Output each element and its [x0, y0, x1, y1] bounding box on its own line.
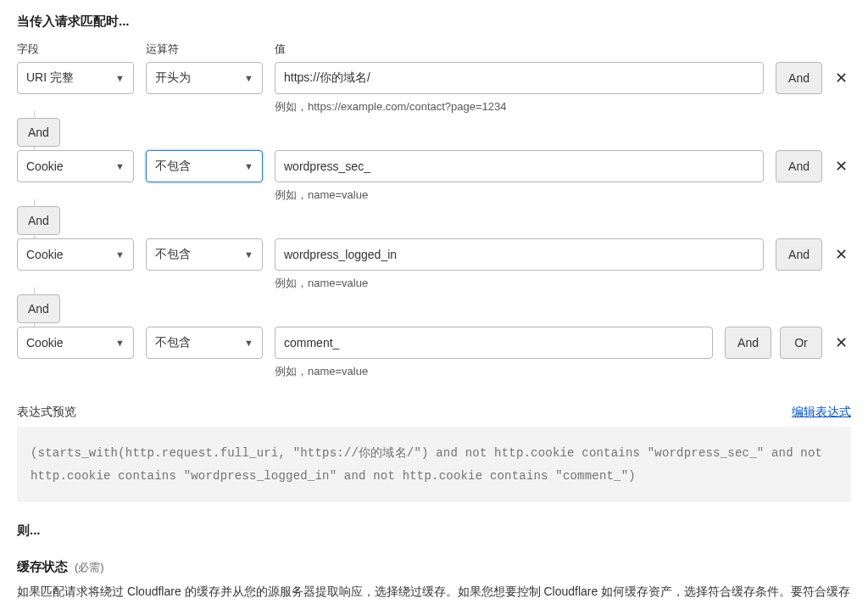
rule-row: URI 完整▼开头为▼例如，https://example.com/contac… — [17, 62, 851, 115]
connector-and-button[interactable]: And — [17, 118, 60, 147]
header-value: 值 — [275, 42, 851, 57]
chevron-down-icon: ▼ — [115, 161, 125, 171]
remove-row-icon[interactable]: ✕ — [831, 333, 851, 353]
remove-row-icon[interactable]: ✕ — [831, 68, 851, 88]
and-button[interactable]: And — [776, 62, 822, 94]
required-label: (必需) — [75, 560, 104, 575]
operator-select[interactable]: 开头为▼ — [146, 62, 263, 94]
operator-select[interactable]: 不包含▼ — [146, 327, 263, 359]
expression-preview: (starts_with(http.request.full_uri, "htt… — [17, 427, 851, 502]
operator-select-label: 开头为 — [155, 70, 191, 86]
value-input[interactable] — [275, 238, 764, 271]
header-field: 字段 — [17, 42, 134, 57]
field-select[interactable]: Cookie▼ — [17, 238, 134, 271]
field-select-label: Cookie — [26, 248, 64, 261]
and-button[interactable]: And — [725, 327, 771, 359]
and-button[interactable]: And — [776, 238, 822, 271]
value-hint: 例如，https://example.com/contact?page=1234 — [275, 99, 764, 115]
remove-row-icon[interactable]: ✕ — [831, 156, 851, 176]
column-headers: 字段 运算符 值 — [17, 42, 851, 57]
rule-row: Cookie▼不包含▼例如，name=valueAnd✕ — [17, 238, 851, 291]
cache-description: 如果匹配请求将绕过 Cloudflare 的缓存并从您的源服务器提取响应，选择绕… — [17, 582, 851, 604]
field-select-label: URI 完整 — [26, 70, 74, 86]
and-button[interactable]: And — [776, 150, 822, 182]
or-button[interactable]: Or — [780, 327, 822, 359]
value-input[interactable] — [275, 327, 713, 359]
field-select[interactable]: Cookie▼ — [17, 327, 134, 359]
connector: And — [17, 206, 851, 235]
chevron-down-icon: ▼ — [115, 73, 125, 83]
chevron-down-icon: ▼ — [244, 338, 253, 348]
chevron-down-icon: ▼ — [244, 249, 253, 260]
field-select[interactable]: URI 完整▼ — [17, 62, 134, 94]
value-hint: 例如，name=value — [275, 276, 764, 291]
chevron-down-icon: ▼ — [244, 73, 253, 83]
operator-select[interactable]: 不包含▼ — [146, 150, 263, 182]
edit-expression-link[interactable]: 编辑表达式 — [792, 405, 851, 420]
connector: And — [17, 118, 851, 147]
rule-row: Cookie▼不包含▼例如，name=valueAnd✕ — [17, 150, 851, 203]
header-operator: 运算符 — [146, 42, 263, 57]
cache-title: 缓存状态 — [17, 559, 68, 575]
rule-row: Cookie▼不包含▼例如，name=valueAndOr✕ — [17, 327, 851, 379]
remove-row-icon[interactable]: ✕ — [831, 244, 851, 265]
connector: And — [17, 294, 851, 323]
value-input[interactable] — [275, 150, 764, 182]
operator-select-label: 不包含 — [155, 247, 191, 262]
connector-and-button[interactable]: And — [17, 294, 60, 323]
chevron-down-icon: ▼ — [115, 338, 125, 348]
field-select-label: Cookie — [26, 159, 64, 173]
field-select-label: Cookie — [26, 336, 64, 350]
then-title: 则... — [17, 523, 851, 539]
preview-title: 表达式预览 — [17, 405, 76, 420]
chevron-down-icon: ▼ — [244, 161, 253, 171]
chevron-down-icon: ▼ — [115, 249, 125, 260]
connector-and-button[interactable]: And — [17, 206, 60, 235]
value-hint: 例如，name=value — [275, 187, 764, 203]
operator-select-label: 不包含 — [155, 335, 191, 350]
value-input[interactable] — [275, 62, 764, 94]
field-select[interactable]: Cookie▼ — [17, 150, 134, 182]
operator-select-label: 不包含 — [155, 159, 191, 174]
section-title: 当传入请求匹配时... — [17, 14, 851, 30]
value-hint: 例如，name=value — [275, 364, 713, 379]
operator-select[interactable]: 不包含▼ — [146, 238, 263, 271]
